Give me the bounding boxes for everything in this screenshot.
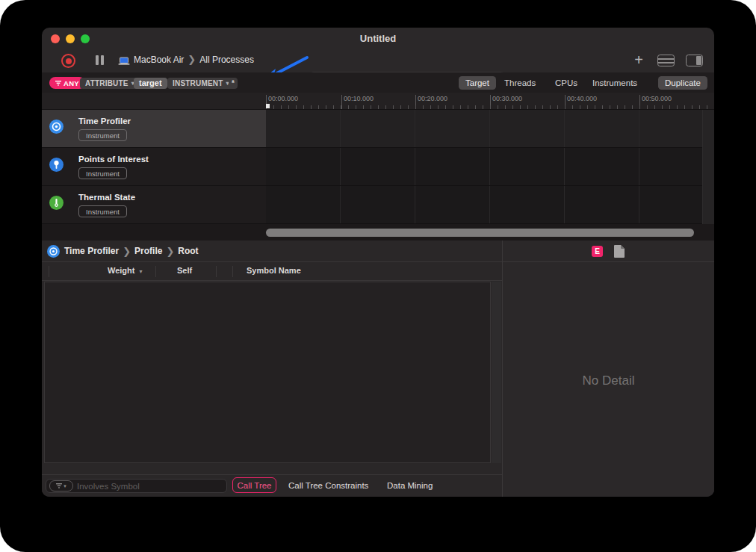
- call-tree-table[interactable]: [44, 282, 491, 463]
- extended-detail-tab[interactable]: E: [592, 246, 603, 257]
- instruments-window: Untitled MacBook Air❯All Processes No Ru…: [42, 28, 714, 497]
- no-detail-placeholder: No Detail: [503, 373, 714, 388]
- filter-funnel-icon: [55, 81, 61, 86]
- data-mining-button[interactable]: Data Mining: [387, 481, 433, 490]
- table-scrollbar-gutter[interactable]: [492, 282, 501, 463]
- title-bar: Untitled: [42, 28, 714, 48]
- chevron-down-icon: ▾: [63, 483, 66, 489]
- any-label: ANY: [63, 79, 79, 87]
- track-lane[interactable]: [266, 148, 702, 185]
- breadcrumb-instrument[interactable]: Time Profiler: [64, 246, 119, 256]
- target-device-selector[interactable]: MacBook Air❯All Processes: [134, 54, 254, 65]
- playhead-marker[interactable]: [266, 104, 270, 108]
- instrument-name: Time Profiler: [78, 117, 131, 125]
- involves-symbol-input[interactable]: [73, 482, 226, 491]
- tab-threads[interactable]: Threads: [504, 76, 536, 90]
- description-document-icon[interactable]: [614, 245, 625, 261]
- column-header-symbol-name[interactable]: Symbol Name: [247, 266, 301, 275]
- toggle-bottom-pane-icon[interactable]: [657, 55, 675, 66]
- breadcrumb-root[interactable]: Root: [178, 246, 198, 256]
- call-tree-button[interactable]: Call Tree: [232, 477, 276, 493]
- attribute-token[interactable]: ATTRIBUTE▾: [80, 78, 140, 89]
- filter-bar: ANY ATTRIBUTE▾ target INSTRUMENT▾ * Targ…: [42, 72, 714, 93]
- target-token[interactable]: target: [134, 78, 167, 89]
- column-divider: [232, 266, 233, 277]
- toggle-right-sidebar-icon[interactable]: [686, 55, 703, 66]
- pause-icon[interactable]: [95, 55, 105, 65]
- instrument-token[interactable]: INSTRUMENT▾: [167, 78, 235, 89]
- tab-target[interactable]: Target: [459, 76, 496, 90]
- track-lane[interactable]: [266, 186, 702, 223]
- bottom-filter-bar: ▾ Call Tree Call Tree Constraints Data M…: [42, 474, 502, 497]
- duplicate-button[interactable]: Duplicate: [658, 76, 707, 90]
- call-tree-constraints-button[interactable]: Call Tree Constraints: [288, 481, 368, 490]
- detail-breadcrumb: Time Profiler ❯ Profile ❯ Root: [42, 241, 502, 262]
- column-header-weight[interactable]: Weight▾: [108, 266, 142, 275]
- process-scope: All Processes: [199, 55, 254, 65]
- track-lane[interactable]: [266, 110, 702, 147]
- record-icon[interactable]: [61, 54, 75, 68]
- instrument-row-thermal-state[interactable]: Thermal State Instrument: [42, 186, 714, 224]
- call-tree-table-header: Weight▾ Self Symbol Name: [42, 262, 502, 281]
- track-vertical-scrollbar-gutter[interactable]: [702, 110, 714, 229]
- column-divider: [49, 266, 49, 277]
- instrument-badge: Instrument: [78, 167, 127, 179]
- detail-pane-header: E: [503, 241, 714, 262]
- instrument-name: Points of Interest: [78, 155, 149, 164]
- instrument-badge: Instrument: [78, 129, 127, 141]
- tab-instruments[interactable]: Instruments: [592, 76, 637, 90]
- instrument-name: Thermal State: [78, 193, 135, 202]
- window-title: Untitled: [42, 33, 714, 44]
- timeline-ruler[interactable]: 00:00.000 00:10.000 00:20.000 00:30.000 …: [42, 93, 714, 110]
- tab-cpus[interactable]: CPUs: [555, 76, 577, 90]
- time-profiler-icon: [49, 120, 63, 134]
- horizontal-scrollbar[interactable]: [266, 229, 694, 237]
- time-profiler-icon: [47, 245, 60, 258]
- device-name: MacBook Air: [134, 55, 184, 65]
- column-divider: [216, 266, 217, 277]
- filter-options-chip[interactable]: ▾: [49, 480, 73, 491]
- desktop-background: Untitled MacBook Air❯All Processes No Ru…: [0, 0, 756, 552]
- laptop-icon: [118, 55, 130, 69]
- points-of-interest-icon: [49, 158, 63, 172]
- chevron-separator: ❯: [119, 246, 134, 257]
- instrument-row-points-of-interest[interactable]: Points of Interest Instrument: [42, 148, 714, 186]
- instrument-badge: Instrument: [78, 205, 127, 217]
- wildcard-token[interactable]: *: [229, 78, 238, 89]
- column-header-self[interactable]: Self: [177, 266, 192, 275]
- breadcrumb-profile[interactable]: Profile: [134, 246, 162, 256]
- filter-funnel-icon: [56, 483, 62, 489]
- instrument-row-time-profiler[interactable]: Time Profiler Instrument: [42, 110, 714, 148]
- chevron-separator: ❯: [162, 246, 178, 257]
- thermal-state-icon: [49, 196, 63, 210]
- extended-detail-pane: E No Detail: [503, 241, 714, 497]
- symbol-filter-field[interactable]: ▾: [46, 479, 227, 493]
- minor-ticks: [266, 105, 714, 109]
- sort-chevron-icon: ▾: [139, 268, 142, 275]
- chevron-separator: ❯: [184, 54, 199, 65]
- pane-divider[interactable]: [502, 241, 503, 497]
- toolbar: MacBook Air❯All Processes No Runs +: [42, 48, 714, 72]
- column-divider: [155, 266, 156, 277]
- add-instrument-button[interactable]: +: [630, 51, 647, 69]
